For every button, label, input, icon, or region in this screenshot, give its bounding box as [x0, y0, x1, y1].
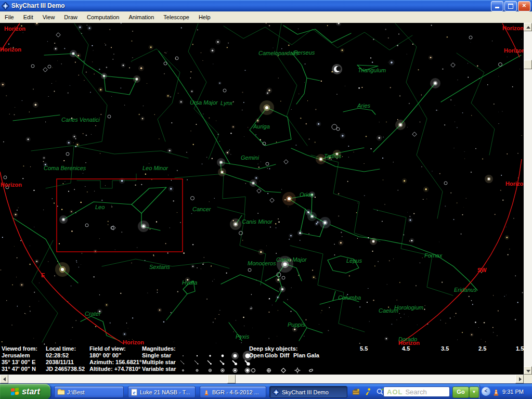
task-button-label: BGR - 4-5-2012 ... [212, 389, 259, 395]
horizon-label: Horizon [502, 25, 524, 31]
menu-item-computation[interactable]: Computation [82, 12, 124, 22]
constellation-label: Eridanus [454, 287, 477, 293]
constellation-label: Lepus [346, 258, 362, 264]
horizon-label: Horizon [4, 25, 25, 32]
horizon-label: SW [477, 267, 487, 273]
magnitude-value: 2.5 [478, 345, 486, 352]
title-bar[interactable]: SkyChart III Demo ✕ [0, 0, 532, 11]
menu-bar: FileEditViewDrawComputationAnimationTele… [0, 11, 532, 23]
svg-text:e: e [133, 389, 136, 395]
menu-item-telescope[interactable]: Telescope [159, 12, 194, 22]
folder-icon [57, 389, 65, 395]
hide-icons-button[interactable]: < [482, 387, 490, 396]
sky-chart-svg[interactable]: CamelopardalisPerseusTriangulumUrsa Majo… [0, 23, 524, 345]
aol-brand-label: AOL [387, 388, 403, 396]
local_time-label: Local time: [46, 345, 76, 352]
constellation-label: Triangulum [358, 67, 386, 73]
constellation-label: Auriga [253, 123, 270, 130]
magnitude-value: 1.5 [516, 345, 524, 352]
magnitude-value: 5.5 [360, 345, 368, 352]
viewed_from-label: Viewed from: [2, 345, 37, 352]
menu-item-file[interactable]: File [0, 12, 19, 22]
scroll-right-button[interactable] [515, 375, 524, 383]
constellation-label: Lynx [220, 100, 233, 106]
up-arrow-icon [526, 26, 530, 29]
menu-item-edit[interactable]: Edit [19, 12, 38, 22]
tray-divider [479, 385, 479, 398]
task-button-label: J:\Best [67, 389, 85, 395]
constellation-label: Leo [95, 204, 105, 210]
app-icon [2, 2, 9, 10]
constellation-label: Monoceros [248, 260, 276, 266]
viewed_from-value: 35° 13' 00" E [2, 359, 35, 365]
sky-chart[interactable]: CamelopardalisPerseusTriangulumUrsa Majo… [0, 23, 524, 345]
field_of_view-label: Field of view: [89, 345, 126, 352]
down-arrow-icon [526, 370, 530, 372]
constellation-label: Canes Venatici [61, 117, 100, 123]
vlc-tray-icon[interactable] [491, 388, 501, 396]
scrollbar-corner [524, 375, 532, 383]
field_of_view-value: 180° 00' 00" [89, 352, 121, 358]
restore-button[interactable] [504, 1, 517, 11]
aim-man-icon[interactable] [364, 388, 373, 396]
vertical-scrollbar[interactable] [524, 23, 532, 375]
task-button-1[interactable]: J:\Best [54, 386, 124, 398]
taskbar: start J:\BesteLuke 21 NASB - T...BGR - 4… [0, 383, 532, 399]
scroll-left-button[interactable] [0, 375, 8, 383]
menu-item-draw[interactable]: Draw [59, 12, 82, 22]
vertical-scroll-thumb[interactable] [524, 60, 532, 69]
task-button-3[interactable]: BGR - 4-5-2012 ... [200, 386, 266, 398]
go-button[interactable]: Go [452, 387, 469, 398]
start-button[interactable]: start [0, 384, 50, 399]
field_of_view-value: Azimuth: 156.6821° [89, 359, 141, 365]
task-button-2[interactable]: eLuke 21 NASB - T... [128, 386, 196, 398]
scroll-up-button[interactable] [524, 23, 532, 31]
constellation-label: Puppis [288, 321, 305, 328]
horizontal-scroll-thumb[interactable] [227, 375, 236, 383]
viewed_from-value: 31° 47' 00" N [2, 366, 36, 372]
constellation-label: Crater [85, 311, 101, 317]
menu-item-animation[interactable]: Animation [124, 12, 159, 22]
local_time-value: 02:28:52 [46, 352, 69, 358]
ie-icon: e [131, 389, 138, 396]
constellation-label: Ursa Major [190, 99, 218, 106]
aol-search-input[interactable]: AOL Search [383, 387, 450, 397]
constellation-label: Canis Minor [242, 218, 273, 225]
deep-sky-type: Open [249, 352, 264, 358]
constellation-label: Leo Minor [142, 165, 168, 171]
constellation-label: Horologium [394, 304, 423, 311]
vlc-icon [203, 389, 210, 396]
left-arrow-icon [3, 377, 6, 381]
horizon-label: Horizon [504, 47, 524, 54]
screen: { "window": { "title": "SkyChart III Dem… [0, 0, 532, 399]
minimize-button[interactable] [491, 1, 503, 11]
horizontal-scrollbar[interactable] [0, 375, 524, 383]
constellation-label: Taurus [324, 153, 342, 159]
constellation-label: Coma Berenices [44, 165, 86, 171]
briefcase-icon[interactable] [352, 388, 361, 396]
viewed_from-value: Jerusalem [2, 352, 30, 358]
skychart-icon [273, 389, 280, 396]
magnitudes-label: Magnitudes: [142, 345, 176, 352]
horizon-label: Horizon [0, 46, 21, 53]
task-button-label: SkyChart III Demo [282, 389, 329, 395]
task-button-4[interactable]: SkyChart III Demo [269, 386, 347, 398]
menu-item-help[interactable]: Help [194, 12, 215, 22]
go-dropdown-button[interactable]: ▼ [469, 387, 479, 398]
constellation-label: Fornax [424, 252, 443, 259]
constellation-label: Orion [300, 191, 314, 198]
magnitude-row-label: Multiple star [142, 359, 176, 365]
task-button-label: Luke 21 NASB - T... [140, 389, 190, 395]
constellation-label: Camelopardalis [258, 50, 299, 56]
window-title: SkyChart III Demo [11, 2, 65, 9]
scroll-down-button[interactable] [524, 366, 532, 375]
magnitude-value: 4.5 [402, 345, 410, 352]
horizon-label: Horizon [505, 181, 524, 187]
constellation-label: Columba [338, 294, 361, 301]
status-bar: Viewed from:Jerusalem35° 13' 00" E31° 47… [0, 345, 524, 375]
constellation-label: Sextans [149, 264, 170, 270]
start-label: start [22, 387, 40, 396]
close-button[interactable]: ✕ [518, 1, 530, 11]
menu-item-view[interactable]: View [38, 12, 60, 22]
constellation-label: Hydra [182, 279, 197, 286]
